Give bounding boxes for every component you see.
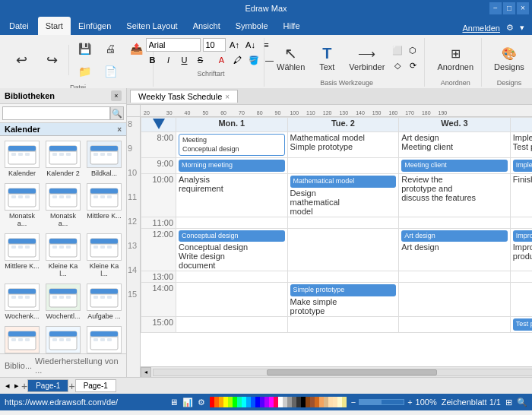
strikethrough-button[interactable]: S	[194, 53, 207, 67]
shape-button2[interactable]: ⬡	[406, 43, 420, 57]
task-art-design[interactable]: Art design	[401, 230, 508, 242]
tab-start[interactable]: Start	[38, 17, 71, 35]
page-tabs-area: ◂ ▸ + Page-1 + Page-1	[3, 379, 116, 392]
sidebar-item-kleinek1[interactable]: Kleine Kal...	[44, 232, 82, 279]
font-name-input[interactable]	[146, 38, 201, 52]
tab-symbole[interactable]: Symbole	[228, 17, 276, 35]
undo-button[interactable]: ↩	[8, 49, 35, 71]
highlight-button[interactable]: 🖍	[231, 53, 245, 67]
zoom-in-button[interactable]: +	[407, 398, 412, 407]
verbinder-button[interactable]: ⟶ Verbinder	[346, 43, 388, 73]
palette-color[interactable]	[342, 397, 347, 407]
scroll-thumb[interactable]	[267, 369, 437, 375]
scroll-pages-right[interactable]: ▸	[12, 381, 21, 391]
shape-button4[interactable]: ⟳	[406, 59, 420, 72]
add-page-button[interactable]: +	[21, 380, 27, 392]
page-tab-active[interactable]: Page-1	[75, 379, 116, 392]
header-time	[141, 118, 176, 132]
task-meeting-conceptual[interactable]: MeetingConceptual design	[179, 134, 285, 156]
diagram-scroll[interactable]: Mon. 1 Tue. 2 Wed. 3 Thu. 4	[141, 117, 532, 366]
status-icon4[interactable]: ⊞	[505, 398, 512, 407]
sidebar-search-button[interactable]: 🔍	[110, 106, 124, 120]
ruler-mark-9: 110	[299, 110, 315, 116]
new-button[interactable]: 📄	[98, 61, 122, 82]
anmelden-text[interactable]: Anmelden	[462, 24, 500, 33]
zoom-slider[interactable]	[359, 399, 404, 405]
print-button[interactable]: 🖨	[98, 38, 122, 59]
sidebar-close-button[interactable]: ×	[111, 90, 122, 101]
category-collapse-icon[interactable]: ×	[117, 125, 122, 134]
sidebar-item-event[interactable]: Event	[44, 325, 82, 353]
font-size-input[interactable]	[203, 38, 226, 52]
status-icon5[interactable]: 🔍	[517, 398, 527, 407]
tab-hilfe[interactable]: Hilfe	[276, 17, 308, 35]
sidebar-item-kleinek2[interactable]: Kleine Kal...	[85, 232, 123, 279]
scroll-pages-left[interactable]: ◂	[3, 381, 12, 391]
sidebar-item-bildkal[interactable]: Bildkal...	[85, 139, 123, 179]
sidebar-category-kalender[interactable]: Kalender ×	[0, 123, 126, 136]
add-page-button2[interactable]: +	[68, 380, 74, 392]
status-icon3[interactable]: ⚙	[198, 398, 205, 407]
scroll-track[interactable]	[153, 369, 532, 376]
task-test-product[interactable]: Test product	[513, 318, 532, 331]
svg-rect-69	[93, 296, 98, 299]
task-morning-meeting[interactable]: Morning meeting	[179, 160, 285, 172]
font-shrink-icon[interactable]: A↓	[244, 38, 258, 52]
sidebar-item-monat1[interactable]: Monatska...	[3, 182, 41, 229]
export-button[interactable]: 📤	[124, 38, 148, 59]
close-button[interactable]: ×	[517, 2, 529, 14]
shape-button1[interactable]: ⬜	[391, 43, 404, 57]
sidebar-item-mittlek2[interactable]: Mittlere K...	[3, 232, 41, 279]
task-improve-p[interactable]: Improve the p	[513, 230, 532, 242]
text-button[interactable]: T Text	[311, 43, 343, 73]
anordnen-button[interactable]: ⊞ Anordnen	[434, 43, 477, 73]
task-mathematical-model[interactable]: Mathematical model	[290, 176, 397, 188]
underline-button[interactable]: U	[178, 53, 192, 67]
sidebar-item-monat2[interactable]: Monatska...	[44, 182, 82, 229]
scroll-left-button[interactable]: ◂	[141, 367, 151, 378]
undo-items: ↩ ↪ 💾 🖨 📤 📁 📄	[8, 38, 148, 82]
status-icon2[interactable]: 📊	[182, 398, 193, 407]
save-button[interactable]: 💾	[72, 38, 97, 59]
zoom-out-button[interactable]: −	[351, 398, 356, 407]
fill-button[interactable]: 🪣	[247, 53, 261, 67]
sidebar-item-wochentl[interactable]: Wochentl...	[44, 282, 82, 322]
task-conceptual-design[interactable]: Conceptual design	[179, 230, 285, 242]
open-button[interactable]: 📁	[72, 61, 97, 82]
more-icon[interactable]: ▾	[520, 23, 524, 33]
canvas-tab-weekly[interactable]: Weekly Task Schedule ×	[130, 90, 238, 103]
schriftart-label: Schriftart	[197, 70, 224, 78]
page-tab-1[interactable]: Page-1	[27, 379, 68, 392]
font-color-button[interactable]: A	[215, 53, 229, 67]
designs-button[interactable]: 🎨 Designs	[491, 43, 527, 73]
sidebar-item-wochenk[interactable]: Wochenk...	[3, 282, 41, 322]
shape-button3[interactable]: ◇	[391, 59, 404, 72]
sidebar-item-mittlek1[interactable]: Mittlere K...	[85, 182, 123, 229]
italic-button[interactable]: I	[162, 53, 176, 67]
tab-ansicht[interactable]: Ansicht	[185, 17, 228, 35]
sidebar-item-kalender2[interactable]: Kalender 2	[44, 139, 82, 179]
sidebar-item-kurzesev[interactable]: Kurzes Ev...	[85, 325, 123, 353]
maximize-button[interactable]: □	[503, 2, 515, 14]
settings-icon[interactable]: ⚙	[506, 23, 514, 33]
sidebar-item-aufgabe1[interactable]: Aufgabe ...	[85, 282, 123, 322]
sidebar-search-input[interactable]	[2, 106, 110, 120]
font-grow-icon[interactable]: A↑	[228, 38, 242, 52]
svg-rect-4	[18, 153, 23, 156]
sidebar-item-aufgabe2[interactable]: Aufgabe ...	[3, 325, 41, 353]
minimize-button[interactable]: −	[489, 2, 502, 14]
task-simple-prototype[interactable]: Simple prototype	[290, 284, 397, 296]
wahlen-button[interactable]: ↖ Wählen	[274, 43, 308, 73]
task-implement-product[interactable]: Implement product	[513, 160, 532, 172]
svg-rect-71	[107, 296, 112, 299]
time-800: 8:00	[141, 132, 176, 158]
tab-close-icon[interactable]: ×	[225, 93, 230, 101]
tab-einfuegen[interactable]: Einfügen	[71, 17, 119, 35]
task-meeting-client[interactable]: Meeting client	[401, 160, 508, 172]
bold-button[interactable]: B	[146, 53, 160, 67]
redo-button[interactable]: ↪	[38, 49, 65, 71]
tab-seitenlayout[interactable]: Seiten Layout	[119, 17, 185, 35]
tab-datei[interactable]: Datei	[0, 17, 38, 35]
sidebar-item-kalender1[interactable]: Kalender	[3, 139, 41, 179]
status-icon1[interactable]: 🖥	[169, 398, 178, 407]
